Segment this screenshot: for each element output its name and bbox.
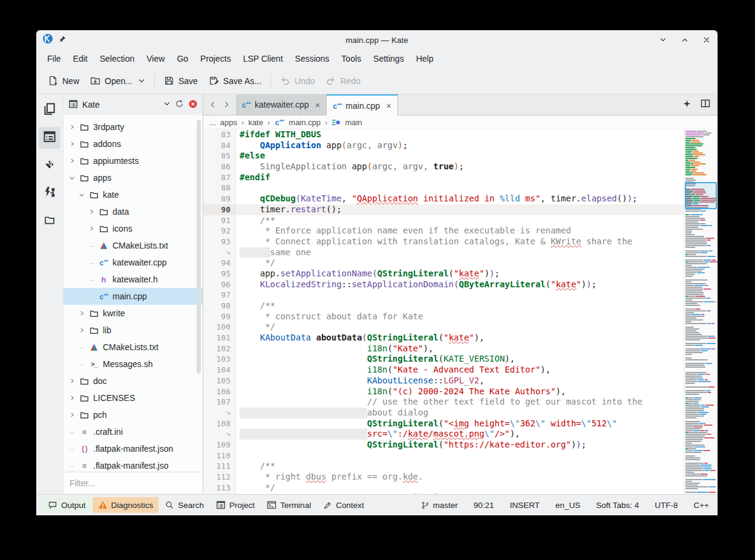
new-button[interactable]: New (42, 72, 85, 90)
sidebar-tool-symbols[interactable] (39, 183, 60, 204)
save-as-button[interactable]: Save As... (203, 72, 267, 90)
forward-icon[interactable] (220, 100, 232, 109)
tree-item-messages-sh[interactable]: –>_Messages.sh (64, 356, 203, 373)
split-view-icon[interactable] (701, 99, 710, 111)
statusbar-en-us[interactable]: en_US (555, 501, 580, 510)
breadcrumb-item-kate[interactable]: kate (248, 118, 263, 127)
statusbar-project-button[interactable]: Project (211, 497, 260, 513)
chevron-right-icon[interactable] (68, 412, 76, 418)
minimap-viewport[interactable] (685, 182, 717, 209)
tree-item-kwrite[interactable]: kwrite (64, 305, 203, 322)
chevron-down-icon[interactable] (68, 175, 76, 181)
save-button[interactable]: Save (159, 72, 203, 90)
filter-input[interactable] (68, 478, 198, 489)
menu-go[interactable]: Go (171, 52, 194, 65)
menu-settings[interactable]: Settings (367, 52, 410, 65)
project-chevron-down-icon[interactable] (163, 100, 171, 109)
tab-main-cpp[interactable]: c++main.cpp× (327, 94, 398, 116)
statusbar-c[interactable]: C++ (693, 501, 709, 510)
statusbar-soft-tabs-4[interactable]: Soft Tabs: 4 (596, 501, 639, 510)
statusbar-output-button[interactable]: Output (42, 497, 91, 513)
statusbar-utf-8[interactable]: UTF-8 (655, 501, 678, 510)
minimize-button[interactable] (658, 35, 668, 45)
chevron-right-icon[interactable] (88, 209, 95, 215)
statusbar-insert[interactable]: INSERT (510, 501, 540, 510)
breadcrumb[interactable]: ...apps›kate›c++main.cpp›main (203, 116, 717, 129)
menu-sessions[interactable]: Sessions (289, 52, 336, 65)
statusbar-context-button[interactable]: Context (318, 498, 370, 513)
sidebar-tool-git[interactable] (39, 155, 60, 177)
back-icon[interactable] (207, 100, 219, 109)
menu-tools[interactable]: Tools (335, 52, 367, 65)
open-button[interactable]: Open... (85, 72, 151, 90)
line-number: 105 (203, 376, 236, 386)
close-icon[interactable]: × (384, 100, 391, 111)
tree-item-main-cpp[interactable]: –c++main.cpp (64, 288, 203, 305)
tree-item-cmakelists-txt[interactable]: –CMakeLists.txt (64, 237, 203, 254)
breadcrumb-item-apps[interactable]: apps (220, 118, 237, 127)
chevron-right-icon[interactable] (68, 378, 76, 384)
tree-item-addons[interactable]: addons (64, 135, 203, 152)
tree-item-icons[interactable]: icons (64, 220, 203, 237)
close-icon[interactable]: × (313, 100, 321, 110)
chevron-right-icon[interactable] (68, 124, 76, 130)
tree-item-appiumtests[interactable]: appiumtests (64, 152, 203, 169)
statusbar-search-button[interactable]: Search (160, 498, 209, 513)
titlebar[interactable]: main.cpp — Kate (36, 30, 717, 50)
chevron-right-icon[interactable] (78, 327, 85, 333)
close-button[interactable] (702, 35, 711, 45)
tree-item-licenses[interactable]: LICENSES (64, 389, 203, 406)
tree-item-katewaiter-cpp[interactable]: –c++katewaiter.cpp (64, 254, 203, 271)
tree-item-apps[interactable]: apps (64, 169, 203, 186)
tree-item-pch[interactable]: pch (64, 406, 203, 423)
project-close-icon[interactable] (188, 99, 198, 111)
tree-item-3rdparty[interactable]: 3rdparty (64, 119, 203, 135)
breadcrumb-item-[interactable]: ... (209, 118, 216, 127)
menu-edit[interactable]: Edit (67, 52, 94, 65)
tree-item-cmakelists-txt[interactable]: –CMakeLists.txt (64, 339, 203, 356)
minimap-scrollbar[interactable] (684, 129, 717, 494)
code-lines[interactable]: 83#ifdef WITH_DBUS84 QApplication app(ar… (203, 129, 684, 494)
breadcrumb-item-main-cpp[interactable]: main.cpp (289, 118, 321, 127)
tree-scrollbar[interactable] (197, 120, 201, 374)
tree-item-kate[interactable]: kate (64, 186, 203, 203)
sidebar-tool-filesystem[interactable] (39, 210, 60, 232)
statusbar-master[interactable]: master (421, 501, 458, 510)
pin-icon[interactable] (59, 34, 67, 45)
tree-item-flatpak-manifest-jso[interactable]: –≡.flatpak-manifest.jso (64, 457, 203, 472)
menu-projects[interactable]: Projects (194, 52, 237, 65)
chevron-right-icon[interactable] (78, 310, 85, 316)
tree-item-lib[interactable]: lib (64, 322, 203, 339)
menu-view[interactable]: View (140, 52, 171, 65)
tree-item-data[interactable]: data (64, 203, 203, 220)
chevron-right-icon[interactable] (88, 226, 95, 232)
project-refresh-icon[interactable] (175, 99, 184, 110)
tree-item-craft-ini[interactable]: –≡.craft.ini (64, 423, 203, 440)
menu-file[interactable]: File (41, 52, 67, 65)
chevron-right-icon[interactable] (68, 141, 76, 147)
folder-icon (89, 309, 99, 318)
chevron-down-icon[interactable] (78, 192, 85, 198)
menu-selection[interactable]: Selection (94, 52, 141, 65)
maximize-button[interactable] (680, 35, 690, 45)
quick-open-icon[interactable] (683, 99, 691, 110)
menu-help[interactable]: Help (410, 52, 440, 65)
chevron-down-icon[interactable] (138, 77, 145, 85)
tree-item-flatpak-manifest-json[interactable]: –( ).flatpak-manifest.json (64, 440, 203, 457)
tab-katewaiter-cpp[interactable]: c++katewaiter.cpp× (236, 94, 327, 115)
statusbar-90-21[interactable]: 90:21 (474, 501, 494, 510)
tree-item-katewaiter-h[interactable]: –hkatewaiter.h (64, 271, 203, 288)
sidebar-tool-documents[interactable] (39, 99, 60, 121)
chevron-right-icon[interactable] (68, 158, 76, 164)
menu-lsp-client[interactable]: LSP Client (237, 52, 289, 65)
statusbar-diagnostics-button[interactable]: Diagnostics (93, 497, 159, 513)
statusbar-terminal-button[interactable]: Terminal (261, 497, 316, 513)
chevron-right-icon[interactable] (68, 395, 76, 401)
sidebar-tool-project[interactable] (39, 127, 60, 149)
breadcrumb-item-main[interactable]: main (345, 118, 362, 127)
project-icon (43, 130, 56, 146)
tree-item-doc[interactable]: doc (64, 373, 203, 389)
undo-button[interactable]: Undo (275, 72, 320, 90)
code-view[interactable]: 83#ifdef WITH_DBUS84 QApplication app(ar… (203, 129, 717, 494)
redo-button[interactable]: Redo (320, 72, 365, 90)
